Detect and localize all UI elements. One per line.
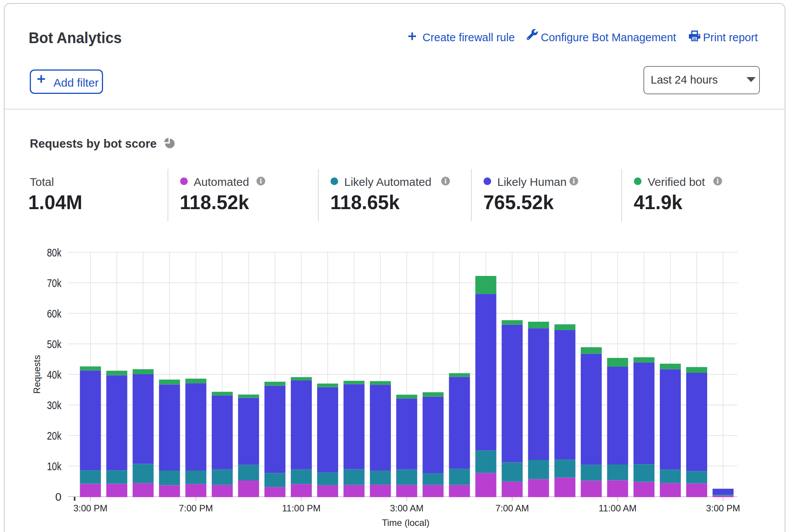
svg-text:0: 0 — [55, 491, 61, 503]
svg-text:3:00 PM: 3:00 PM — [73, 503, 107, 513]
svg-text:3:00 PM: 3:00 PM — [706, 503, 740, 513]
svg-text:40k: 40k — [47, 369, 61, 381]
svg-text:7:00 PM: 7:00 PM — [179, 503, 213, 513]
svg-text:10k: 10k — [47, 460, 61, 472]
svg-text:60k: 60k — [47, 308, 61, 320]
svg-text:7:00 AM: 7:00 AM — [495, 503, 529, 513]
svg-text:50k: 50k — [47, 338, 61, 350]
svg-text:Time (local): Time (local) — [382, 517, 429, 528]
svg-text:3:00 AM: 3:00 AM — [390, 503, 424, 513]
svg-text:30k: 30k — [47, 399, 61, 411]
svg-text:80k: 80k — [47, 247, 61, 259]
svg-text:Requests: Requests — [32, 355, 42, 393]
svg-text:11:00 PM: 11:00 PM — [282, 503, 321, 513]
svg-text:11:00 AM: 11:00 AM — [598, 503, 637, 513]
svg-text:70k: 70k — [47, 277, 61, 289]
svg-text:20k: 20k — [47, 430, 61, 442]
